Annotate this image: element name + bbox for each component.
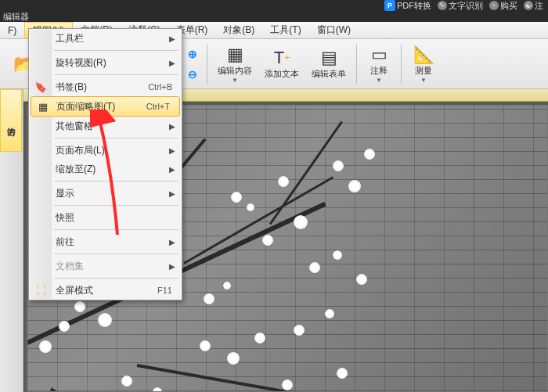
- dropdown-separator: [54, 138, 178, 138]
- chevron-right-icon: ▶: [169, 165, 182, 174]
- chevron-right-icon: ▶: [169, 122, 182, 131]
- menu-tools[interactable]: 工具(T): [262, 22, 308, 38]
- dd-other-panes[interactable]: 其他窗格 ▶: [29, 117, 182, 135]
- dd-label: 前往: [56, 236, 74, 249]
- annotate-icon: ▭: [371, 45, 388, 65]
- dd-label: 页面缩略图(T): [56, 100, 115, 113]
- dd-page-thumbnails[interactable]: ▦ 页面缩略图(T) Ctrl+T: [31, 96, 180, 117]
- edit-content-label: 编辑内容: [218, 65, 252, 77]
- cart-icon: +: [489, 1, 499, 10]
- measure-label: 测量: [415, 65, 432, 77]
- dd-goto[interactable]: 前往 ▶: [29, 232, 182, 251]
- pdf-icon: P: [384, 0, 395, 11]
- buy-link[interactable]: + 购买: [489, 0, 517, 12]
- sidebar-tab[interactable]: 的古诗: [0, 89, 22, 152]
- dd-label: 文档集: [56, 260, 84, 273]
- pdf-convert-link[interactable]: P PDF转换: [384, 0, 431, 12]
- dd-label: 旋转视图(R): [56, 56, 106, 70]
- chevron-right-icon: ▶: [169, 238, 182, 246]
- dropdown-separator: [54, 229, 178, 230]
- add-text-button[interactable]: T+ 添加文本: [259, 42, 305, 86]
- dd-bookmarks[interactable]: 🔖 书签(B) Ctrl+B: [29, 77, 182, 96]
- edit-form-label: 编辑表单: [312, 68, 346, 80]
- dd-label: 工具栏: [56, 32, 84, 45]
- edit-form-icon: ▤: [321, 48, 337, 68]
- dropdown-separator: [54, 181, 178, 182]
- menu-file[interactable]: F): [0, 22, 24, 38]
- dd-label: 全屏模式: [56, 284, 93, 297]
- pdf-convert-label: PDF转换: [397, 0, 431, 12]
- zoom-out-button[interactable]: ⊖: [183, 65, 202, 84]
- dd-document-set: 文档集 ▶: [29, 257, 182, 275]
- dd-page-layout[interactable]: 页面布局(L) ▶: [29, 141, 182, 160]
- thumbnails-icon: ▦: [36, 99, 50, 113]
- chevron-right-icon: ▶: [169, 146, 182, 155]
- toolbar-separator: [356, 45, 357, 84]
- edit-form-button[interactable]: ▤ 编辑表单: [306, 42, 352, 86]
- menu-object[interactable]: 对象(B): [215, 22, 262, 38]
- dd-zoom-to[interactable]: 缩放至(Z) ▶: [29, 160, 182, 178]
- ocr-icon: ✎: [438, 1, 447, 10]
- add-text-label: 添加文本: [265, 68, 299, 80]
- ocr-link[interactable]: ✎ 文字识别: [438, 0, 483, 12]
- dd-label: 缩放至(Z): [56, 163, 96, 176]
- zoom-in-button[interactable]: ⊕: [183, 45, 202, 63]
- annotate-label: 注释: [370, 65, 388, 77]
- menu-window[interactable]: 窗口(W): [309, 22, 359, 38]
- dropdown-separator: [54, 74, 178, 75]
- dd-label: 快照: [56, 211, 74, 225]
- title-bar: 编辑器: [0, 11, 548, 22]
- edit-content-icon: ▦: [227, 45, 243, 65]
- view-dropdown: 工具栏 ▶ 旋转视图(R) ▶ 🔖 书签(B) Ctrl+B ▦ 页面缩略图(T…: [28, 28, 182, 300]
- dropdown-separator: [54, 278, 178, 279]
- measure-icon: 📐: [413, 45, 434, 65]
- toolbar-separator: [207, 45, 207, 84]
- account-link[interactable]: ☯ 注: [524, 0, 543, 12]
- measure-button[interactable]: 📐 测量 ▼: [406, 42, 441, 86]
- annotate-button[interactable]: ▭ 注释 ▼: [362, 42, 396, 86]
- dd-snapshot[interactable]: 快照: [29, 208, 182, 227]
- top-info-strip: P PDF转换 ✎ 文字识别 + 购买 ☯ 注: [0, 0, 548, 11]
- chevron-right-icon: ▶: [169, 59, 182, 67]
- app-title: 编辑器: [3, 11, 29, 23]
- dd-label: 页面布局(L): [56, 144, 105, 157]
- ocr-label: 文字识别: [449, 0, 483, 12]
- dd-display[interactable]: 显示 ▶: [29, 184, 182, 203]
- buy-label: 购买: [500, 0, 517, 12]
- dropdown-separator: [54, 50, 178, 51]
- edit-content-button[interactable]: ▦ 编辑内容 ▼: [212, 42, 258, 86]
- dropdown-separator: [54, 254, 178, 254]
- chevron-right-icon: ▶: [169, 189, 182, 198]
- add-text-icon: T+: [274, 48, 290, 68]
- chevron-down-icon: ▼: [376, 77, 382, 84]
- dd-shortcut: Ctrl+T: [146, 102, 179, 111]
- side-panel: 的古诗: [0, 89, 23, 392]
- fullscreen-icon: ⛶: [34, 283, 48, 297]
- chevron-down-icon: ▼: [420, 77, 427, 84]
- bookmark-icon: 🔖: [34, 80, 48, 94]
- chevron-right-icon: ▶: [169, 262, 182, 271]
- dd-rotate-view[interactable]: 旋转视图(R) ▶: [29, 53, 182, 72]
- dd-label: 显示: [56, 187, 74, 200]
- chevron-right-icon: ▶: [169, 34, 182, 43]
- dropdown-separator: [54, 205, 178, 206]
- chevron-down-icon: ▼: [232, 77, 238, 84]
- dd-label: 书签(B): [56, 81, 87, 94]
- toolbar-separator: [401, 45, 402, 84]
- dd-toolbar[interactable]: 工具栏 ▶: [29, 29, 182, 48]
- dd-shortcut: F11: [157, 286, 182, 295]
- user-icon: ☯: [524, 1, 533, 10]
- dd-label: 其他窗格: [56, 120, 93, 133]
- account-label: 注: [535, 0, 543, 12]
- dd-fullscreen[interactable]: ⛶ 全屏模式 F11: [29, 281, 182, 300]
- dd-shortcut: Ctrl+B: [148, 82, 182, 92]
